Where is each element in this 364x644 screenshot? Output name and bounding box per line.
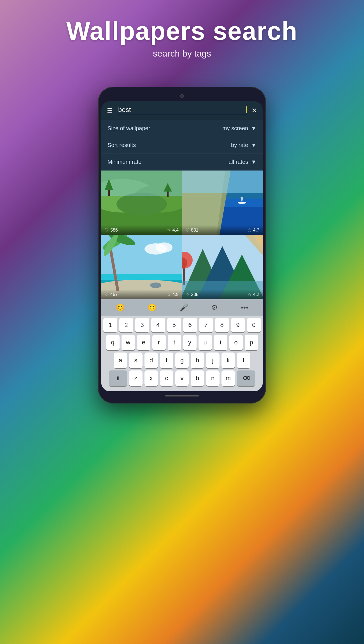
size-filter-selected: my screen: [222, 125, 248, 132]
key-u[interactable]: u: [199, 335, 212, 350]
likes-count-2: 831: [191, 228, 199, 233]
key-n[interactable]: n: [206, 370, 220, 386]
search-input-area[interactable]: best: [118, 106, 247, 115]
key-p[interactable]: p: [245, 335, 258, 350]
phone-mockup: ☰ best ✕ Size of wallpaper my screen ▼: [98, 87, 266, 403]
key-f[interactable]: f: [160, 353, 173, 368]
key-e[interactable]: e: [137, 335, 150, 350]
number-row: 1 2 3 4 5 6 7 8 9 0: [103, 318, 261, 332]
wallpaper-item-1[interactable]: ♡ 586 ☆ 4.4: [101, 171, 182, 235]
key-0[interactable]: 0: [247, 318, 261, 332]
likes-group-2: ♡ 831: [185, 227, 199, 233]
key-4[interactable]: 4: [151, 318, 165, 332]
key-d[interactable]: d: [144, 353, 158, 368]
rate-filter-label: Minimum rate: [108, 159, 141, 165]
svg-point-26: [150, 283, 161, 288]
key-q[interactable]: q: [106, 335, 120, 350]
filter-rows: Size of wallpaper my screen ▼ Sort resul…: [101, 120, 263, 171]
wallpaper-overlay-1: ♡ 586 ☆ 4.4: [101, 225, 182, 235]
wallpaper-item-3[interactable]: ♡ 457 ☆ 4.9: [101, 235, 182, 299]
key-t[interactable]: t: [168, 335, 181, 350]
likes-group-3: ♡ 457: [105, 292, 118, 297]
wallpaper-overlay-3: ♡ 457 ☆ 4.9: [101, 290, 182, 299]
key-3[interactable]: 3: [135, 318, 149, 332]
rating-value-1: 4.4: [172, 228, 179, 233]
search-text: best: [118, 106, 246, 114]
phone-bottom-bar: [101, 393, 263, 398]
rate-filter-selected: all rates: [228, 159, 248, 165]
qwerty-row: q w e r t y u i o p: [103, 335, 261, 350]
key-b[interactable]: b: [191, 370, 204, 386]
rating-group-1: ☆ 4.4: [167, 227, 179, 233]
phone-camera: [180, 94, 184, 98]
key-o[interactable]: o: [229, 335, 243, 350]
keyboard-toolbar: 😊 🙂 🎤 ⚙ •••: [101, 299, 263, 316]
key-k[interactable]: k: [221, 353, 235, 368]
key-c[interactable]: c: [160, 370, 173, 386]
rating-group-2: ☆ 4.7: [248, 227, 259, 233]
shift-key[interactable]: ⇧: [109, 370, 127, 386]
sticker-button[interactable]: 🙂: [148, 303, 157, 312]
svg-rect-5: [101, 171, 182, 196]
key-5[interactable]: 5: [167, 318, 181, 332]
key-8[interactable]: 8: [215, 318, 229, 332]
rate-filter-value[interactable]: all rates ▼: [228, 159, 256, 165]
emoji-button[interactable]: 😊: [116, 303, 125, 312]
star-icon-3: ☆: [167, 292, 171, 297]
keyboard: 😊 🙂 🎤 ⚙ ••• 1 2 3 4 5 6 7: [101, 299, 263, 391]
star-icon-4: ☆: [248, 292, 251, 297]
key-r[interactable]: r: [152, 335, 166, 350]
size-dropdown-icon: ▼: [251, 125, 256, 132]
clear-search-button[interactable]: ✕: [251, 107, 257, 115]
likes-group-4: ♡ 238: [185, 292, 199, 297]
key-y[interactable]: y: [183, 335, 197, 350]
rate-filter-row[interactable]: Minimum rate all rates ▼: [101, 154, 263, 171]
wallpaper-item-2[interactable]: ♡ 831 ☆ 4.7: [182, 171, 263, 235]
settings-button[interactable]: ⚙: [211, 303, 218, 312]
wallpaper-grid: ♡ 586 ☆ 4.4: [101, 171, 263, 299]
rating-group-4: ☆ 4.2: [248, 292, 259, 297]
phone-top-bar: [101, 92, 263, 100]
size-filter-label: Size of wallpaper: [108, 125, 150, 132]
key-l[interactable]: l: [237, 353, 250, 368]
key-j[interactable]: j: [206, 353, 220, 368]
key-i[interactable]: i: [214, 335, 227, 350]
likes-count-4: 238: [191, 292, 199, 297]
backspace-key[interactable]: ⌫: [237, 370, 255, 386]
app-title: Wallpapers search: [0, 17, 364, 46]
key-7[interactable]: 7: [199, 318, 213, 332]
key-v[interactable]: v: [175, 370, 189, 386]
svg-point-4: [116, 193, 167, 215]
key-6[interactable]: 6: [183, 318, 197, 332]
svg-rect-15: [182, 171, 263, 193]
key-a[interactable]: a: [114, 353, 127, 368]
star-icon-2: ☆: [248, 227, 251, 233]
key-z[interactable]: z: [129, 370, 143, 386]
key-1[interactable]: 1: [103, 318, 117, 332]
key-g[interactable]: g: [175, 353, 189, 368]
key-9[interactable]: 9: [231, 318, 245, 332]
key-x[interactable]: x: [144, 370, 158, 386]
size-filter-row[interactable]: Size of wallpaper my screen ▼: [101, 120, 263, 137]
key-2[interactable]: 2: [119, 318, 133, 332]
rating-value-2: 4.7: [253, 228, 259, 233]
sort-filter-value[interactable]: by rate ▼: [231, 142, 256, 148]
title-area: Wallpapers search search by tags: [0, 17, 364, 59]
wallpaper-item-4[interactable]: ♡ 238 ☆ 4.2: [182, 235, 263, 299]
size-filter-value[interactable]: my screen ▼: [222, 125, 256, 132]
sort-dropdown-icon: ▼: [251, 142, 256, 148]
star-icon-1: ☆: [167, 227, 171, 233]
key-m[interactable]: m: [221, 370, 235, 386]
more-button[interactable]: •••: [241, 303, 248, 312]
sort-filter-row[interactable]: Sort results by rate ▼: [101, 137, 263, 154]
menu-icon[interactable]: ☰: [107, 107, 113, 114]
key-h[interactable]: h: [191, 353, 204, 368]
heart-icon-3: ♡: [105, 292, 109, 297]
app-subtitle: search by tags: [0, 48, 364, 59]
key-s[interactable]: s: [129, 353, 143, 368]
key-w[interactable]: w: [122, 335, 135, 350]
rating-value-3: 4.9: [172, 292, 179, 297]
likes-count-1: 586: [110, 228, 118, 233]
mic-button[interactable]: 🎤: [179, 303, 188, 312]
sort-filter-selected: by rate: [231, 142, 248, 148]
